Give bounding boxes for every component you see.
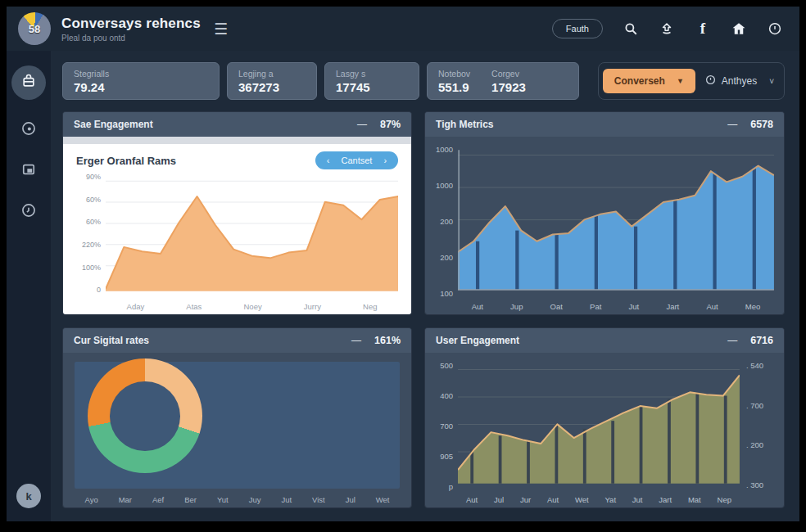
- tick-label: 1000: [436, 181, 453, 190]
- panel-body: AyoMarAefBerYutJuyJutVistJulWet: [63, 353, 411, 507]
- sidebar-item-history[interactable]: [18, 201, 39, 223]
- x-axis-labels: AutJulJurAutWetYatJutJartMatNep: [458, 490, 740, 504]
- chart-row: 500400700905p AutJulJurAutWetYatJutJartM…: [433, 361, 774, 504]
- tick-label: Aday: [127, 302, 145, 311]
- tick-label: . 540: [746, 361, 763, 370]
- clock-icon: [20, 202, 37, 222]
- facebook-icon[interactable]: f: [695, 20, 711, 37]
- avatar-glyph: k: [25, 490, 31, 503]
- card-inner: Erger Oranfal Rams ‹ Cantset › 90%60%60%…: [63, 144, 411, 314]
- panel-body: 500400700905p AutJulJurAutWetYatJutJartM…: [425, 353, 784, 507]
- home-icon[interactable]: [731, 20, 747, 37]
- panel-title: Tigh Metrics: [436, 119, 493, 130]
- pager-label: Cantset: [341, 156, 372, 165]
- tick-label: Wet: [575, 495, 589, 504]
- analytics-dropdown-label: Anthyes: [722, 75, 757, 87]
- stat-card: Lasgy s 17745: [324, 62, 419, 100]
- layers-icon: [20, 161, 37, 181]
- analytics-dropdown[interactable]: Anthyes ˅: [705, 74, 777, 88]
- tick-label: Jup: [510, 302, 523, 311]
- clock-icon[interactable]: [767, 20, 783, 37]
- tick-label: Aut: [472, 302, 483, 311]
- dash-icon: —: [727, 335, 737, 346]
- panel-cur-sigital-rates: Cur Sigital rates — 161% AyoMarAefBerYut…: [62, 327, 412, 508]
- panel-header: User Engagement — 6716: [425, 328, 784, 353]
- line-chart-plot: [75, 362, 400, 489]
- main-content: Stegrialls 79.24 Legjing a 367273 Lasgy …: [51, 51, 799, 521]
- stat-sub: Corgev 17923: [491, 69, 526, 94]
- panel-sae-engagement: Sae Engagement — 87% Erger Oranfal Rams: [62, 111, 412, 315]
- area-chart-user: [458, 361, 740, 490]
- chart-column: [106, 173, 398, 297]
- tick-label: 220%: [82, 241, 101, 249]
- stat-value: 551.9: [438, 80, 470, 94]
- dash-icon: —: [357, 119, 367, 130]
- tick-label: 400: [440, 391, 453, 400]
- sidebar-item-dashboard[interactable]: [11, 65, 46, 100]
- chevron-down-icon: ▼: [677, 77, 684, 85]
- tick-label: Jul: [346, 495, 355, 504]
- filter-controls: Converseh ▼ Anthyes ˅: [598, 62, 785, 100]
- stat-value: 79.24: [74, 80, 208, 94]
- search-icon[interactable]: [623, 20, 639, 37]
- sidebar-item-reports[interactable]: [18, 160, 39, 182]
- tick-label: Jut: [281, 495, 292, 504]
- upload-icon[interactable]: [659, 20, 675, 37]
- stat-label: Legjing a: [238, 69, 306, 79]
- tick-label: 60%: [86, 196, 101, 204]
- sidebar-item-activity[interactable]: [18, 119, 39, 141]
- tick-label: 905: [440, 452, 453, 461]
- panel-value: 161%: [374, 335, 401, 346]
- chart-pager-button[interactable]: ‹ Cantset ›: [315, 151, 398, 169]
- chevron-left-icon[interactable]: ‹: [327, 156, 330, 165]
- x-axis-labels: AutJupOatPatJutJartAutMeo: [458, 297, 774, 311]
- header-actions: Fauth f: [552, 19, 783, 38]
- chart-row: 90%60%60%220%100%0: [76, 173, 398, 297]
- stat-label: Corgev: [491, 69, 526, 79]
- y-axis-labels-left: 500400700905p: [433, 361, 458, 504]
- panel-body: Erger Oranfal Rams ‹ Cantset › 90%60%60%…: [63, 137, 411, 314]
- sidebar-nav: k: [7, 51, 51, 521]
- panel-user-engagement: User Engagement — 6716 500400700905p Aut…: [424, 327, 785, 508]
- page-title: Conversays rehencs: [61, 16, 201, 32]
- y-axis-labels: 10001000200200100: [430, 145, 458, 311]
- app-header: 58 Conversays rehencs Pleal da pou ontd …: [7, 7, 799, 51]
- tick-label: Nep: [718, 495, 731, 504]
- stat-card: Stegrialls 79.24: [62, 62, 220, 100]
- tick-label: 100%: [82, 264, 101, 272]
- x-axis-labels: AyoMarAefBerYutJuyJutVistJulWet: [75, 490, 400, 504]
- chevron-down-icon: ˅: [769, 77, 774, 86]
- tick-label: Meo: [745, 302, 760, 311]
- tick-label: . 700: [746, 401, 763, 410]
- tick-label: Ber: [184, 495, 197, 504]
- stat-value: 367273: [238, 80, 306, 94]
- hamburger-menu-icon[interactable]: ☰: [214, 20, 228, 38]
- y-axis-labels: 90%60%60%220%100%0: [76, 173, 106, 297]
- tick-label: Mat: [688, 495, 701, 504]
- tick-label: Jut: [629, 302, 640, 311]
- tick-label: p: [449, 482, 453, 491]
- tick-label: Wet: [376, 495, 390, 504]
- panel-header: Cur Sigital rates — 161%: [63, 328, 411, 353]
- tick-label: 500: [440, 361, 453, 370]
- tick-label: Vist: [312, 495, 325, 504]
- user-avatar[interactable]: k: [16, 484, 41, 508]
- dash-icon: —: [727, 119, 737, 130]
- record-icon: [20, 120, 37, 140]
- chevron-right-icon[interactable]: ›: [383, 156, 387, 165]
- card-header: Erger Oranfal Rams ‹ Cantset ›: [76, 151, 398, 169]
- stat-card: Legjing a 367273: [227, 62, 317, 100]
- tick-label: Jur: [520, 495, 531, 504]
- stat-value: 17745: [336, 80, 408, 94]
- header-titles: Conversays rehencs Pleal da pou ontd: [61, 16, 201, 43]
- tick-label: Pat: [590, 302, 601, 311]
- auth-button[interactable]: Fauth: [552, 19, 603, 38]
- tick-label: 700: [440, 422, 453, 431]
- tick-label: Aut: [466, 495, 478, 504]
- tick-label: 0: [97, 286, 101, 294]
- panel-value: 6716: [750, 335, 773, 346]
- tick-label: 60%: [86, 218, 101, 226]
- x-axis-labels: AdayAtasNoeyJurryNeg: [106, 297, 398, 311]
- tick-label: . 200: [746, 440, 763, 449]
- conversion-dropdown[interactable]: Converseh ▼: [603, 69, 695, 93]
